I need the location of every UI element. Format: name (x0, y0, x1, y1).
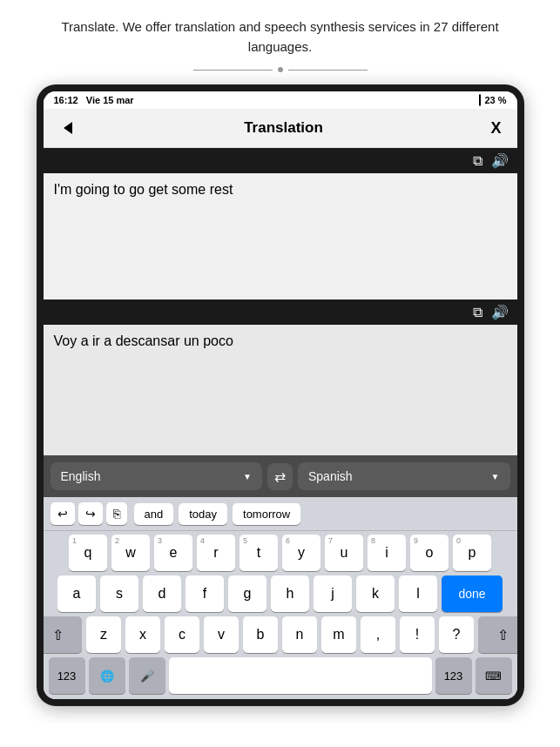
divider-dot (278, 67, 283, 72)
status-bar: 16:12 Vie 15 mar 23 % (44, 91, 517, 109)
shift-key-right[interactable]: ⇧ (478, 616, 517, 653)
key-w[interactable]: 2w (111, 535, 150, 571)
key-a[interactable]: a (57, 575, 96, 612)
swap-icon: ⇄ (274, 468, 286, 485)
suggestion-and[interactable]: and (134, 503, 174, 525)
source-text: I'm going to go get some rest (54, 182, 233, 197)
key-o[interactable]: 9o (410, 535, 449, 571)
key-p[interactable]: 0p (453, 535, 491, 571)
key-j[interactable]: j (314, 575, 352, 612)
target-toolbar: ⧉ 🔊 (44, 299, 517, 325)
translated-text: Voy a ir a descansar un poco (54, 333, 233, 348)
key-n[interactable]: n (282, 616, 317, 653)
swap-languages-button[interactable]: ⇄ (267, 463, 293, 490)
mic-key[interactable]: 🎤 (129, 657, 165, 694)
ipad-screen: 16:12 Vie 15 mar 23 % Translation X (44, 91, 517, 699)
nav-title: Translation (244, 119, 323, 137)
key-b[interactable]: b (243, 616, 278, 653)
keyboard-row-3: ⇧ z x c v b n m , ! ? ⇧ (45, 616, 516, 653)
back-button[interactable] (56, 116, 80, 140)
keyboard-toolbar: ↩ ↪ ⎘ and today tomorrow (44, 497, 517, 531)
key-v[interactable]: v (204, 616, 239, 653)
key-exclamation[interactable]: ! (400, 616, 435, 653)
key-f[interactable]: f (186, 575, 224, 612)
keyboard-row-1: 1q 2w 3e 4r 5t 6y 7u 8i 9o 0p (45, 535, 516, 571)
speaker-icon[interactable]: 🔊 (491, 152, 509, 169)
battery-icon (479, 95, 481, 105)
speaker-icon-2[interactable]: 🔊 (491, 304, 509, 320)
globe-key[interactable]: 🌐 (89, 657, 125, 694)
keyboard: 1q 2w 3e 4r 5t 6y 7u 8i 9o 0p a s d f g … (44, 531, 517, 699)
key-y[interactable]: 6y (282, 535, 320, 571)
shift-key[interactable]: ⇧ (44, 616, 83, 653)
close-button[interactable]: X (487, 119, 504, 138)
key-z[interactable]: z (86, 616, 121, 653)
key-q[interactable]: 1q (69, 535, 107, 571)
key-t[interactable]: 5t (240, 535, 278, 571)
key-s[interactable]: s (100, 575, 138, 612)
key-l[interactable]: l (399, 575, 437, 612)
key-e[interactable]: 3e (154, 535, 192, 571)
key-i[interactable]: 8i (368, 535, 406, 571)
numbers-key-right[interactable]: 123 (435, 657, 472, 694)
target-lang-select[interactable]: Spanish ▼ (298, 462, 510, 490)
copy-icon[interactable]: ⧉ (473, 153, 482, 169)
key-k[interactable]: k (356, 575, 395, 612)
status-time: 16:12 (54, 95, 78, 105)
key-m[interactable]: m (321, 616, 356, 653)
source-toolbar: ⧉ 🔊 (44, 148, 517, 173)
suggestion-tomorrow[interactable]: tomorrow (233, 503, 300, 525)
status-right: 23 % (479, 95, 506, 105)
status-date: Vie 15 mar (86, 95, 134, 105)
lang-bar: English ▼ ⇄ Spanish ▼ (44, 455, 517, 497)
target-lang-label: Spanish (308, 469, 353, 483)
key-question[interactable]: ? (439, 616, 474, 653)
keyboard-row-2: a s d f g h j k l done (45, 575, 516, 612)
undo-button[interactable]: ↩ (51, 502, 75, 525)
keyboard-dismiss-key[interactable]: ⌨ (476, 657, 512, 694)
divider (193, 67, 368, 72)
key-x[interactable]: x (125, 616, 160, 653)
key-r[interactable]: 4r (197, 535, 235, 571)
copy-icon-2[interactable]: ⧉ (473, 305, 482, 320)
target-text-panel: Voy a ir a descansar un poco (44, 325, 517, 455)
status-time-date: 16:12 Vie 15 mar (54, 95, 134, 105)
key-g[interactable]: g (228, 575, 267, 612)
battery-body (479, 94, 481, 106)
battery-percent: 23 % (484, 95, 506, 105)
space-bar[interactable] (169, 657, 432, 694)
ipad-frame: 16:12 Vie 15 mar 23 % Translation X (37, 84, 524, 706)
source-lang-chevron-icon: ▼ (243, 472, 252, 481)
key-h[interactable]: h (271, 575, 309, 612)
source-lang-select[interactable]: English ▼ (51, 462, 263, 490)
key-c[interactable]: c (165, 616, 199, 653)
back-arrow-icon (64, 122, 72, 134)
numbers-key[interactable]: 123 (49, 657, 85, 694)
redo-button[interactable]: ↪ (78, 502, 103, 525)
nav-bar: Translation X (44, 109, 517, 148)
key-comma[interactable]: , (361, 616, 395, 653)
clipboard-button[interactable]: ⎘ (106, 502, 127, 525)
key-d[interactable]: d (143, 575, 181, 612)
page-description: Translate. We offer translation and spee… (0, 9, 560, 67)
key-u[interactable]: 7u (325, 535, 363, 571)
source-text-panel[interactable]: I'm going to go get some rest (44, 173, 517, 299)
suggestion-today[interactable]: today (179, 503, 227, 525)
source-lang-label: English (61, 469, 101, 483)
keyboard-bottom-row: 123 🌐 🎤 123 ⌨ (45, 657, 516, 694)
target-lang-chevron-icon: ▼ (491, 472, 500, 481)
done-button[interactable]: done (442, 575, 503, 612)
